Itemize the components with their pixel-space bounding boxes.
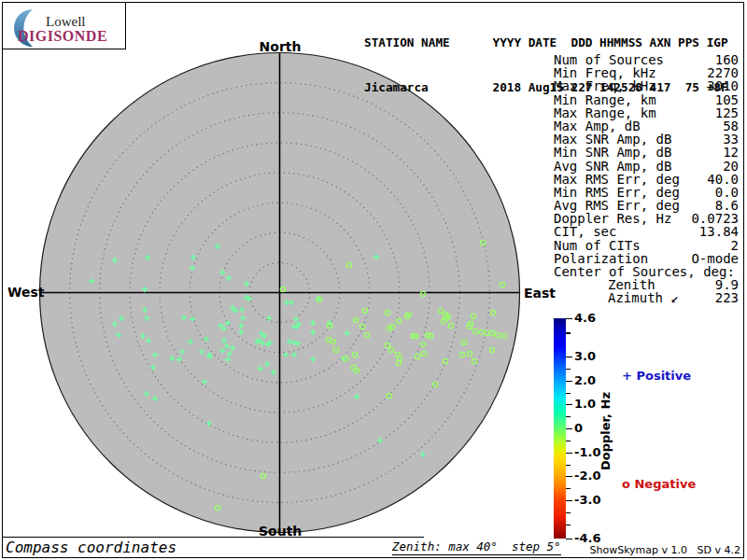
logo-box: Lowell DIGISONDE (2, 2, 126, 49)
stat-value: O-mode (691, 252, 739, 265)
stat-label: Azimuth ↙ (608, 291, 679, 304)
plus-marker-icon: + (622, 369, 632, 383)
stat-row: Min Freq, kHz2270 (554, 66, 739, 79)
stat-row: Avg RMS Err, deg8.6 (554, 199, 739, 212)
stat-label: Min Range, km (554, 93, 656, 106)
colorbar-tick (566, 332, 571, 333)
stat-label: Max RMS Err, deg (554, 173, 680, 186)
stat-label: Num of CITs (554, 239, 641, 252)
colorbar-tick (566, 539, 572, 539)
colorbar-tick (566, 500, 572, 501)
stat-label: Num of Sources (554, 53, 664, 66)
circle-marker-icon: o (622, 477, 630, 491)
colorbar-tick (566, 393, 571, 394)
colorbar-tick-label: -4.6 (574, 531, 600, 545)
stat-value: 20 (723, 160, 739, 173)
colorbar-tick-label: 2.0 (574, 373, 596, 387)
colorbar-tick-label: -1.0 (574, 445, 600, 459)
colorbar-tick (566, 416, 571, 417)
stat-label: CIT, sec (554, 225, 616, 238)
colorbar-tick (566, 465, 571, 466)
compass-label-north: North (259, 39, 302, 54)
stat-row: Zenith9.9 (554, 278, 739, 291)
stat-row: Max RMS Err, deg40.0 (554, 173, 739, 186)
compass-label-east: East (524, 286, 556, 301)
stat-value: 125 (715, 106, 739, 119)
stat-value: 3010 (707, 79, 739, 92)
stat-label: Min RMS Err, deg (554, 186, 680, 199)
stat-label: Min Freq, kHz (554, 66, 656, 79)
colorbar-tick (566, 512, 571, 513)
stat-value: 2 (731, 239, 739, 252)
stat-row: Num of Sources160 (554, 53, 739, 66)
stat-value: 105 (715, 93, 739, 106)
stat-row: Center of Sources, deg: (554, 265, 739, 278)
stat-row: Doppler Res, Hz0.0723 (554, 212, 739, 225)
stat-label: Max SNR Amp, dB (554, 133, 671, 146)
measurement-stats-panel: Num of Sources160Min Freq, kHz2270Max Fr… (554, 53, 739, 305)
stat-row: Max Freq, kHz3010 (554, 79, 739, 92)
zenith-scale-caption: Zenith: max 40° step 5° (392, 539, 561, 555)
logo-digisonde-text: DIGISONDE (18, 28, 107, 45)
colorbar-tick-label: 3.0 (574, 349, 596, 363)
stat-label: Avg SNR Amp, dB (554, 160, 671, 173)
stat-row: Max Range, km125 (554, 106, 739, 119)
stat-label: Polarization (554, 252, 648, 265)
colorbar-title: Doppler, Hz (599, 392, 613, 470)
stat-value: 223 (715, 291, 739, 304)
stat-row: Min SNR Amp, dB12 (554, 146, 739, 159)
compass-label-west: West (7, 285, 44, 300)
stat-label: Max Freq, kHz (554, 79, 656, 92)
stat-label: Center of Sources, deg: (554, 265, 735, 278)
stat-label: Avg RMS Err, deg (554, 199, 680, 212)
legend-negative-label: Negative (630, 477, 696, 491)
colorbar-tick-label: 1.0 (574, 398, 596, 412)
colorbar-tick-label: -3.0 (574, 493, 600, 507)
colorbar-tick (566, 525, 571, 525)
stat-row: Max SNR Amp, dB33 (554, 133, 739, 146)
stat-value: 58 (723, 119, 739, 133)
colorbar-tick-label: 0 (574, 421, 583, 435)
stat-value: 2270 (707, 66, 739, 79)
footer-separator-line (2, 537, 424, 538)
header-columns-line: STATION NAME YYYY DATE DDD HHMMSS AXN PP… (364, 35, 728, 50)
stat-value: 0.0 (715, 186, 739, 199)
stat-label: Doppler Res, Hz (554, 212, 671, 225)
colorbar-tick (566, 381, 572, 382)
colorbar-tick-label: 4.6 (574, 311, 596, 325)
stat-row: Min RMS Err, deg0.0 (554, 186, 739, 199)
stat-value: 0.0723 (691, 212, 739, 225)
colorbar-tick (566, 428, 572, 429)
stat-row: Max Amp, dB58 (554, 119, 739, 133)
stat-label: Max Range, km (554, 106, 656, 119)
legend-negative: o Negative (622, 477, 696, 491)
stat-row: CIT, sec13.84 (554, 225, 739, 238)
stat-row: PolarizationO-mode (554, 252, 739, 265)
stat-label: Zenith (608, 278, 655, 291)
colorbar-tick (566, 476, 572, 477)
stat-value: 9.9 (715, 278, 739, 291)
coordinate-system-caption: Compass coordinates (6, 539, 176, 556)
stat-row: Avg SNR Amp, dB20 (554, 160, 739, 173)
stat-row: Num of CITs2 (554, 239, 739, 252)
legend-positive-label: Positive (632, 369, 691, 383)
stat-value: 160 (715, 53, 739, 66)
software-version-caption: ShowSkymap v 1.0 SD v 4.2 (589, 544, 740, 556)
skymap-window: Lowell DIGISONDE STATION NAME YYYY DATE … (0, 0, 747, 560)
doppler-colorbar (554, 318, 566, 539)
stat-value: 40.0 (707, 173, 739, 186)
stat-row: Min Range, km105 (554, 93, 739, 106)
colorbar-tick (566, 357, 572, 357)
colorbar-tick-label: -2.0 (574, 469, 600, 483)
colorbar-tick (566, 441, 571, 441)
legend-positive: + Positive (622, 369, 691, 383)
colorbar-tick (566, 453, 572, 454)
stat-value: 13.84 (699, 225, 739, 238)
colorbar-tick (566, 488, 571, 489)
stat-label: Max Amp, dB (554, 119, 641, 133)
stat-value: 33 (723, 133, 739, 146)
colorbar-tick (566, 318, 572, 319)
colorbar-tick (566, 404, 572, 405)
stat-value: 12 (723, 146, 739, 159)
stat-row: Azimuth ↙223 (554, 291, 739, 304)
